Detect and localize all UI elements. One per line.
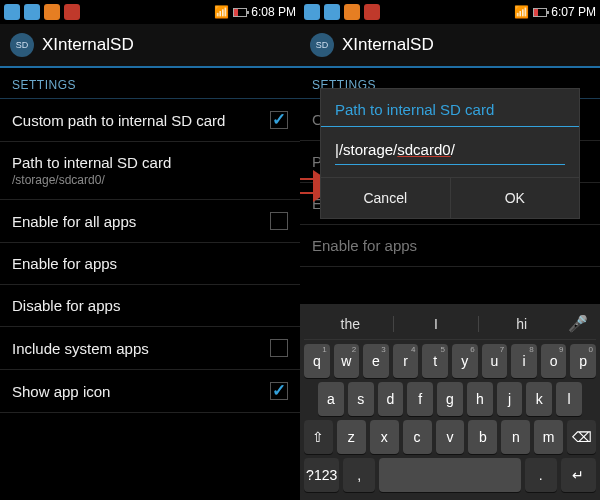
key-s[interactable]: s [348, 382, 374, 416]
path-input[interactable]: |/storage/sdcard0/ [335, 139, 565, 165]
key-z[interactable]: z [337, 420, 366, 454]
setting-custom-path[interactable]: Custom path to internal SD card [0, 99, 300, 142]
key-o[interactable]: o9 [541, 344, 567, 378]
suggestion[interactable]: I [393, 316, 480, 332]
key-m[interactable]: m [534, 420, 563, 454]
setting-label: Enable for all apps [12, 213, 136, 230]
dialog-title: Path to internal SD card [321, 89, 579, 127]
input-text: sdcard0 [397, 141, 450, 158]
key-f[interactable]: f [407, 382, 433, 416]
key-w[interactable]: w2 [334, 344, 360, 378]
app-icon: SD [10, 33, 34, 57]
key-space[interactable] [379, 458, 521, 492]
mic-icon[interactable]: 🎤 [564, 314, 592, 333]
key-comma[interactable]: , [343, 458, 375, 492]
key-backspace[interactable]: ⌫ [567, 420, 596, 454]
section-header: SETTINGS [0, 68, 300, 99]
status-icon [324, 4, 340, 20]
setting-show-icon[interactable]: Show app icon [0, 370, 300, 413]
checkbox[interactable] [270, 339, 288, 357]
clock: 6:07 PM [551, 5, 596, 19]
key-r[interactable]: r4 [393, 344, 419, 378]
key-q[interactable]: q1 [304, 344, 330, 378]
key-g[interactable]: g [437, 382, 463, 416]
key-v[interactable]: v [436, 420, 465, 454]
setting-label: Disable for apps [12, 297, 120, 314]
setting-disable-apps[interactable]: Disable for apps [0, 285, 300, 327]
setting-include-system[interactable]: Include system apps [0, 327, 300, 370]
key-k[interactable]: k [526, 382, 552, 416]
status-icon [304, 4, 320, 20]
input-text: / [451, 141, 455, 158]
setting-sub: /storage/sdcard0/ [12, 173, 171, 187]
screen-left: 📶 6:08 PM SD XInternalSD SETTINGS Custom… [0, 0, 300, 500]
clock: 6:08 PM [251, 5, 296, 19]
key-enter[interactable]: ↵ [561, 458, 596, 492]
ok-button[interactable]: OK [450, 178, 580, 218]
screen-right: 📶 6:07 PM SD XInternalSD SETTINGS Cu P E… [300, 0, 600, 500]
suggestion[interactable]: hi [479, 316, 564, 332]
setting-path-internal[interactable]: Path to internal SD card /storage/sdcard… [0, 142, 300, 200]
battery-icon [533, 8, 547, 17]
key-d[interactable]: d [378, 382, 404, 416]
key-p[interactable]: p0 [570, 344, 596, 378]
key-t[interactable]: t5 [422, 344, 448, 378]
key-e[interactable]: e3 [363, 344, 389, 378]
key-x[interactable]: x [370, 420, 399, 454]
setting-label: Enable for apps [12, 255, 117, 272]
setting-enable-all[interactable]: Enable for all apps [0, 200, 300, 243]
status-icon [364, 4, 380, 20]
key-l[interactable]: l [556, 382, 582, 416]
status-icon [344, 4, 360, 20]
status-bar: 📶 6:08 PM [0, 0, 300, 24]
setting-label: Custom path to internal SD card [12, 112, 225, 129]
suggestion[interactable]: the [308, 316, 393, 332]
key-symbols[interactable]: ?123 [304, 458, 339, 492]
dialog-path-input: Path to internal SD card |/storage/sdcar… [320, 88, 580, 219]
key-period[interactable]: . [525, 458, 557, 492]
setting-enable-apps[interactable]: Enable for apps [0, 243, 300, 285]
key-i[interactable]: i8 [511, 344, 537, 378]
status-icon [44, 4, 60, 20]
battery-icon [233, 8, 247, 17]
checkbox[interactable] [270, 111, 288, 129]
key-u[interactable]: u7 [482, 344, 508, 378]
checkbox[interactable] [270, 212, 288, 230]
key-shift[interactable]: ⇧ [304, 420, 333, 454]
status-icon [24, 4, 40, 20]
key-a[interactable]: a [318, 382, 344, 416]
key-b[interactable]: b [468, 420, 497, 454]
setting-label: Include system apps [12, 340, 149, 357]
key-j[interactable]: j [497, 382, 523, 416]
app-title: XInternalSD [42, 35, 134, 55]
status-icon [64, 4, 80, 20]
cancel-button[interactable]: Cancel [321, 178, 450, 218]
status-bar: 📶 6:07 PM [300, 0, 600, 24]
input-text: /storage/ [339, 141, 397, 158]
setting-label: Show app icon [12, 383, 110, 400]
keyboard: the I hi 🎤 q1w2e3r4t5y6u7i8o9p0 asdfghjk… [300, 304, 600, 500]
signal-icon: 📶 [514, 5, 529, 19]
key-y[interactable]: y6 [452, 344, 478, 378]
key-h[interactable]: h [467, 382, 493, 416]
key-c[interactable]: c [403, 420, 432, 454]
status-icon [4, 4, 20, 20]
setting-label: Path to internal SD card [12, 154, 171, 171]
key-n[interactable]: n [501, 420, 530, 454]
signal-icon: 📶 [214, 5, 229, 19]
suggestion-bar: the I hi 🎤 [304, 308, 596, 340]
app-bar: SD XInternalSD [0, 24, 300, 68]
checkbox[interactable] [270, 382, 288, 400]
